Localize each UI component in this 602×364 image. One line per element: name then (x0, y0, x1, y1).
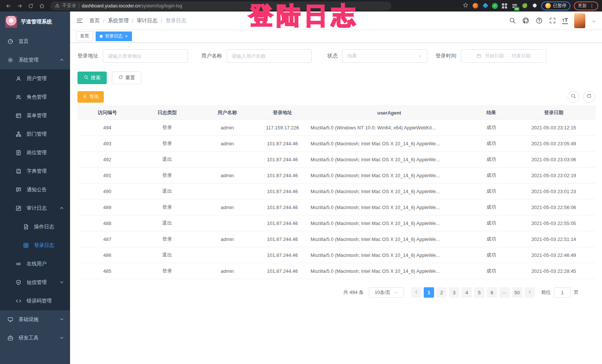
sidebar-item-error-code[interactable]: 错误码管理 (0, 292, 70, 310)
cell-id: 490 (77, 183, 137, 199)
next-page-button[interactable] (525, 287, 535, 298)
sidebar-item-label: 系统管理 (19, 57, 39, 63)
browser-update-button[interactable]: 更新⋮ (574, 1, 598, 10)
sidebar-item-label: 岗位管理 (27, 149, 47, 156)
sidebar-item-role-mgmt[interactable]: 角色管理 (0, 88, 70, 106)
avatar-caret-down-icon[interactable] (592, 19, 596, 23)
cell-log-type: 退出 (137, 215, 197, 231)
page-button-1[interactable]: 1 (424, 287, 434, 298)
browser-forward-icon[interactable] (15, 1, 24, 10)
extension-grid-icon[interactable] (501, 3, 508, 9)
sidebar-item-system-mgmt[interactable]: 系统管理 (0, 51, 70, 69)
browser-menu-icon[interactable]: ⋮ (589, 3, 594, 9)
gear-icon (7, 57, 13, 63)
prev-page-button[interactable] (411, 287, 421, 298)
browser-back-icon[interactable] (4, 1, 13, 10)
cell-id: 486 (77, 247, 137, 263)
app-navbar: 首页 / 系统管理 / 审计日志 / 登录日志 TT (70, 11, 602, 30)
login-address-label: 登录地址 (77, 53, 98, 59)
sidebar-item-post-mgmt[interactable]: 岗位管理 (0, 143, 70, 162)
toggle-search-button[interactable] (568, 91, 579, 103)
cell-login-date: 2021-05-03 22:55:05 (512, 215, 596, 231)
sidebar-item-dev-tool[interactable]: 研发工具 (0, 329, 70, 347)
cell-useragent: Mozilla/5.0 (Macintosh; Intel Mac OS X 1… (308, 215, 471, 231)
navbar-actions: TT (509, 13, 596, 28)
profile-paused-badge[interactable]: 已暂停 (541, 1, 570, 10)
breadcrumb-home[interactable]: 首页 (89, 17, 100, 24)
header-search-icon[interactable] (509, 17, 516, 24)
browser-home-icon[interactable] (37, 1, 47, 10)
not-secure-warning-icon (55, 3, 60, 9)
page-button-5[interactable]: 5 (474, 287, 484, 298)
sidebar-item-home[interactable]: 首页 (0, 32, 70, 51)
extension-orange-icon[interactable] (472, 3, 479, 9)
filter-actions: 搜索 重置 (77, 72, 596, 84)
address-bar[interactable]: 不安全 dashboard.yudao.iocoder.cn/system/lo… (50, 1, 391, 10)
tag-login-log[interactable]: 登录日志 × (96, 32, 132, 41)
sidebar-item-sms-mgmt[interactable]: 短信管理 (0, 273, 70, 292)
page-button-4[interactable]: 4 (462, 287, 472, 298)
shield-check-icon (16, 279, 22, 285)
username-input[interactable] (226, 49, 312, 63)
extension-list-icon[interactable]: on (511, 3, 518, 9)
browser-reload-icon[interactable] (26, 1, 36, 10)
sidebar-item-menu-mgmt[interactable]: 菜单管理 (0, 106, 70, 125)
sidebar-item-label: 菜单管理 (27, 112, 47, 119)
fullscreen-icon[interactable] (549, 17, 556, 24)
tag-home[interactable]: 首页 (76, 32, 93, 41)
page-button-2[interactable]: 2 (436, 287, 447, 298)
search-button[interactable]: 搜索 (77, 72, 107, 84)
goto-page-input[interactable] (554, 287, 571, 298)
cell-id: 489 (77, 199, 137, 215)
pagination-total: 共 494 条 (343, 289, 364, 296)
sidebar-item-operate-log[interactable]: 操作日志 (0, 218, 70, 236)
cell-log-type: 退出 (137, 183, 197, 199)
cell-login-date: 2021-05-03 22:46:49 (512, 247, 596, 263)
sidebar-item-label: 基础设施 (19, 316, 39, 323)
page-button-3[interactable]: 3 (449, 287, 459, 298)
cell-id: 492 (77, 152, 137, 168)
login-address-input[interactable] (103, 49, 188, 63)
page-size-select[interactable]: 10条/页 (369, 287, 404, 298)
help-icon[interactable] (536, 17, 543, 24)
cell-log-type: 退出 (137, 152, 197, 168)
cell-login-address: 101.87.244.46 (257, 263, 308, 279)
page-button-50[interactable]: 50 (512, 287, 522, 298)
sidebar-item-user-mgmt[interactable]: 用户管理 (0, 69, 70, 88)
export-button[interactable]: 导出 (77, 91, 104, 103)
sidebar-item-audit-log[interactable]: 审计日志 (0, 199, 70, 218)
monitor-icon (7, 317, 13, 322)
bookmark-star-icon[interactable] (463, 2, 469, 10)
github-icon[interactable] (522, 17, 529, 24)
sidebar-item-login-log[interactable]: 登录日志 (0, 236, 70, 255)
font-size-icon[interactable]: TT (562, 17, 568, 24)
tag-close-icon[interactable]: × (125, 34, 128, 39)
hamburger-icon[interactable] (76, 17, 83, 24)
breadcrumb-audit[interactable]: 审计日志 (137, 17, 158, 24)
col-header-id: 访问编号 (77, 106, 137, 120)
sidebar-item-notice[interactable]: 通知公告 (0, 181, 70, 199)
table-row: 492退出101.87.244.46Mozilla/5.0 (Macintosh… (77, 152, 596, 168)
sidebar-item-dept-mgmt[interactable]: 部门管理 (0, 125, 70, 143)
page-ellipsis[interactable]: ··· (499, 287, 510, 298)
extension-leaf-icon[interactable] (521, 3, 528, 9)
extensions-puzzle-icon[interactable] (531, 3, 538, 9)
sidebar-item-infra[interactable]: 基础设施 (0, 310, 70, 329)
sidebar-item-online-user[interactable]: 在线用户 (0, 255, 70, 273)
user-avatar[interactable] (574, 13, 585, 28)
cell-result: 成功 (471, 168, 512, 183)
sidebar-item-label: 研发工具 (19, 335, 39, 341)
cell-username: admin (197, 263, 257, 279)
login-time-range-picker[interactable]: 开始日期 - 结束日期 (461, 49, 546, 63)
sidebar-item-dict-mgmt[interactable]: 字典管理 (0, 162, 70, 181)
table-row: 486退出101.87.244.46Mozilla/5.0 (Macintosh… (77, 247, 596, 263)
refresh-table-button[interactable] (583, 91, 595, 103)
reset-button[interactable]: 重置 (112, 72, 141, 84)
breadcrumb-system[interactable]: 系统管理 (108, 17, 129, 24)
extension-check-icon[interactable]: ✓ (492, 3, 498, 9)
page-button-6[interactable]: 6 (487, 287, 497, 298)
sidebar-item-label: 审计日志 (27, 205, 47, 212)
status-select[interactable]: 结果 (342, 49, 427, 63)
table-row: 494登录admin117.159.17.226Mozilla/5.0 (Win… (77, 120, 596, 136)
extension-diamond-icon[interactable] (482, 3, 489, 9)
